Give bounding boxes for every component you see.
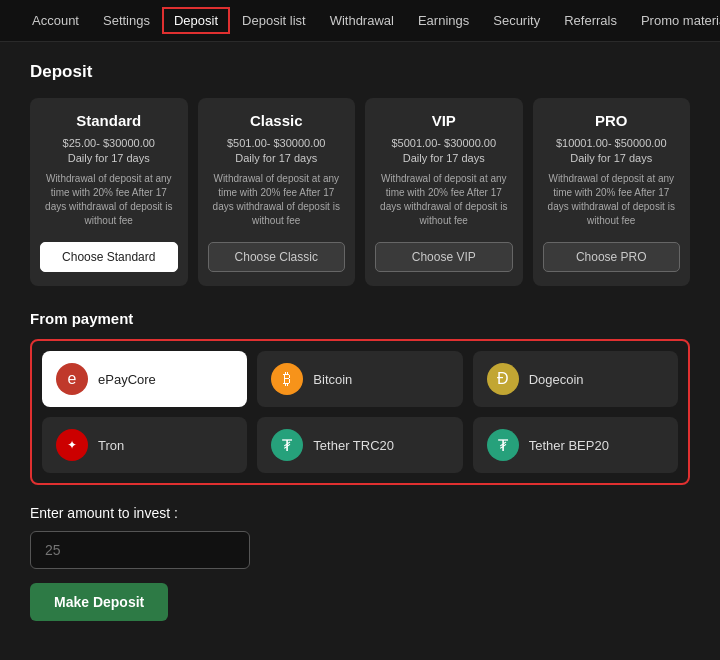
tether-bep-label: Tether BEP20 — [529, 438, 609, 453]
payment-tether-bep[interactable]: ₮ Tether BEP20 — [473, 417, 678, 473]
payment-tron[interactable]: ✦ Tron — [42, 417, 247, 473]
plan-card-standard: Standard $25.00- $30000.00 Daily for 17 … — [30, 98, 188, 286]
nav-deposit[interactable]: Deposit — [162, 7, 230, 34]
plan-card-classic: Classic $501.00- $30000.00 Daily for 17 … — [198, 98, 356, 286]
nav-referrals[interactable]: Referrals — [552, 1, 629, 40]
main-nav: Account Settings Deposit Deposit list Wi… — [0, 0, 720, 42]
plan-card-vip: VIP $5001.00- $30000.00 Daily for 17 day… — [365, 98, 523, 286]
plan-range-vip: $5001.00- $30000.00 — [391, 137, 496, 149]
choose-pro-button[interactable]: Choose PRO — [543, 242, 681, 272]
plan-range-pro: $10001.00- $50000.00 — [556, 137, 667, 149]
plan-name-vip: VIP — [432, 112, 456, 129]
plan-duration-classic: Daily for 17 days — [235, 152, 317, 164]
tron-label: Tron — [98, 438, 124, 453]
nav-settings[interactable]: Settings — [91, 1, 162, 40]
payment-epaycore[interactable]: e ePayCore — [42, 351, 247, 407]
tether-trc-icon: ₮ — [271, 429, 303, 461]
tether-trc-label: Tether TRC20 — [313, 438, 394, 453]
payment-dogecoin[interactable]: Ð Dogecoin — [473, 351, 678, 407]
plan-range-standard: $25.00- $30000.00 — [63, 137, 155, 149]
epaycore-label: ePayCore — [98, 372, 156, 387]
plan-desc-vip: Withdrawal of deposit at any time with 2… — [375, 172, 513, 228]
nav-deposit-list[interactable]: Deposit list — [230, 1, 318, 40]
dogecoin-label: Dogecoin — [529, 372, 584, 387]
nav-earnings[interactable]: Earnings — [406, 1, 481, 40]
tether-bep-icon: ₮ — [487, 429, 519, 461]
nav-withdrawal[interactable]: Withdrawal — [318, 1, 406, 40]
payment-methods-grid: e ePayCore ₿ Bitcoin Ð Dogecoin ✦ Tron ₮… — [30, 339, 690, 485]
tron-icon: ✦ — [56, 429, 88, 461]
nav-promo[interactable]: Promo materials — [629, 1, 720, 40]
plan-duration-pro: Daily for 17 days — [570, 152, 652, 164]
plan-card-pro: PRO $10001.00- $50000.00 Daily for 17 da… — [533, 98, 691, 286]
plan-name-pro: PRO — [595, 112, 628, 129]
amount-label: Enter amount to invest : — [30, 505, 690, 521]
plans-grid: Standard $25.00- $30000.00 Daily for 17 … — [30, 98, 690, 286]
nav-account[interactable]: Account — [20, 1, 91, 40]
make-deposit-button[interactable]: Make Deposit — [30, 583, 168, 621]
bitcoin-label: Bitcoin — [313, 372, 352, 387]
payment-bitcoin[interactable]: ₿ Bitcoin — [257, 351, 462, 407]
dogecoin-icon: Ð — [487, 363, 519, 395]
plan-range-classic: $501.00- $30000.00 — [227, 137, 325, 149]
epaycore-icon: e — [56, 363, 88, 395]
payment-tether-trc[interactable]: ₮ Tether TRC20 — [257, 417, 462, 473]
nav-security[interactable]: Security — [481, 1, 552, 40]
plan-duration-vip: Daily for 17 days — [403, 152, 485, 164]
deposit-title: Deposit — [30, 62, 690, 82]
main-content: Deposit Standard $25.00- $30000.00 Daily… — [0, 42, 720, 641]
payment-label: From payment — [30, 310, 690, 327]
plan-desc-standard: Withdrawal of deposit at any time with 2… — [40, 172, 178, 228]
plan-duration-standard: Daily for 17 days — [68, 152, 150, 164]
choose-standard-button[interactable]: Choose Standard — [40, 242, 178, 272]
choose-classic-button[interactable]: Choose Classic — [208, 242, 346, 272]
plan-name-standard: Standard — [76, 112, 141, 129]
amount-input[interactable] — [30, 531, 250, 569]
bitcoin-icon: ₿ — [271, 363, 303, 395]
plan-desc-classic: Withdrawal of deposit at any time with 2… — [208, 172, 346, 228]
plan-desc-pro: Withdrawal of deposit at any time with 2… — [543, 172, 681, 228]
plan-name-classic: Classic — [250, 112, 303, 129]
choose-vip-button[interactable]: Choose VIP — [375, 242, 513, 272]
